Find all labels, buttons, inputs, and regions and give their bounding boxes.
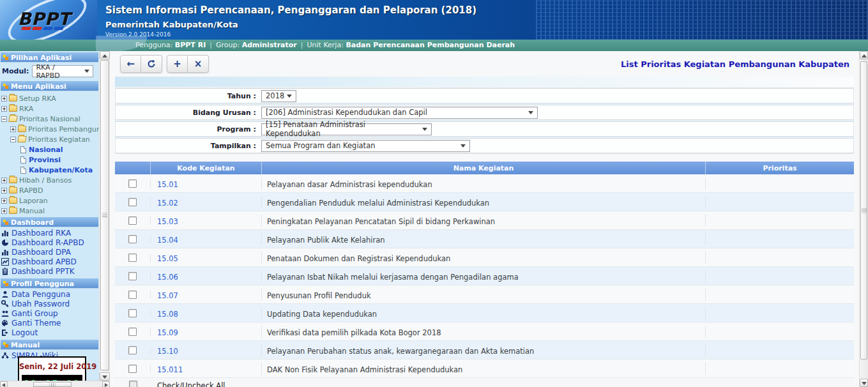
unit-kerja-label: Unit Kerja:: [307, 41, 344, 49]
kode-link[interactable]: 15.10: [151, 347, 178, 356]
sidebar-item-dashboard-dpa[interactable]: Dashboard DPA: [0, 248, 99, 256]
expand-icon[interactable]: [1, 188, 7, 194]
palette-icon: [1, 319, 9, 327]
section-icon: [3, 342, 8, 347]
tree-item-provinsi[interactable]: Provinsi: [1, 155, 99, 165]
table-row: 15.05 Penataan Dokumen dan Registrasi Ke…: [115, 248, 854, 267]
main-content: ← + × List Prioritas Kegiatan Pembanguna…: [110, 51, 859, 387]
row-checkbox[interactable]: [128, 179, 137, 188]
refresh-icon: [147, 59, 156, 68]
scroll-up-button[interactable]: [100, 51, 110, 59]
sidebar-item-ganti-group[interactable]: Ganti Group: [0, 309, 99, 317]
sidebar: Pilihan Aplikasi Modul: RKA / RAPBD Menu…: [0, 51, 99, 381]
sidebar-item-dashboard-apbd[interactable]: Dashboard APBD: [0, 257, 99, 266]
scroll-left-button[interactable]: [0, 381, 8, 387]
section-header-pilihan-aplikasi: Pilihan Aplikasi: [1, 52, 98, 63]
tree-item-kabupaten-kota[interactable]: Kabupaten/Kota: [1, 165, 99, 175]
program-label: Program :: [116, 125, 261, 133]
chevron-down-icon: [84, 70, 89, 73]
tree-item-laporan[interactable]: Laporan: [1, 195, 99, 206]
scrollbar-thumb[interactable]: [33, 382, 72, 387]
kode-link[interactable]: 15.03: [151, 217, 178, 226]
sidebar-item-dashboard-r-apbd[interactable]: Dashboard R-APBD: [0, 238, 99, 247]
table-row: 15.02 Pengendalian Penduduk melalui Admi…: [115, 193, 854, 211]
kode-link[interactable]: 15.08: [151, 310, 178, 319]
kode-link[interactable]: 15.04: [151, 236, 178, 245]
kode-link[interactable]: 15.05: [151, 254, 178, 263]
row-checkbox[interactable]: [128, 346, 137, 354]
scrollbar-thumb[interactable]: [860, 61, 867, 360]
bar-chart-icon: [1, 248, 9, 256]
thumb-grip-icon: [50, 383, 56, 386]
sidebar-scrollbar[interactable]: [99, 51, 110, 381]
modul-select[interactable]: RKA / RAPBD: [32, 65, 93, 77]
collapse-icon[interactable]: [10, 137, 16, 142]
kode-link[interactable]: 15.06: [151, 273, 178, 282]
scroll-down-button[interactable]: [860, 379, 868, 387]
check-all-label: Check/Uncheck All: [151, 381, 225, 387]
tree-item-rka[interactable]: RKA: [1, 103, 99, 114]
sidebar-item-dashboard-rka[interactable]: Dashboard RKA: [0, 229, 99, 237]
tree-item-manual[interactable]: Manual: [1, 206, 99, 216]
sidebar-item-ubah-password[interactable]: Ubah Password: [0, 300, 99, 308]
kode-link[interactable]: 15.011: [151, 365, 183, 374]
bidang-urusan-select[interactable]: [206] Administrasi Kependudukan dan Capi…: [261, 107, 538, 119]
sidebar-item-ganti-theme[interactable]: Ganti Theme: [0, 319, 99, 327]
table-row: 15.07 Penyusunan Profil Penduduk: [115, 285, 854, 304]
scroll-up-button[interactable]: [860, 51, 868, 59]
tree-item-setup-rka[interactable]: Setup RKA: [1, 93, 99, 103]
expand-icon[interactable]: [10, 126, 16, 132]
check-all-checkbox[interactable]: [129, 381, 137, 387]
row-checkbox[interactable]: [128, 328, 137, 336]
close-button[interactable]: ×: [188, 55, 209, 73]
sidebar-horizontal-scrollbar[interactable]: [0, 381, 110, 387]
sidebar-item-data-pengguna[interactable]: Data Pengguna: [0, 290, 99, 298]
expand-icon[interactable]: [1, 198, 7, 204]
row-checkbox[interactable]: [128, 254, 137, 262]
scroll-down-button[interactable]: [100, 372, 110, 381]
tree-item-hibah-bansos[interactable]: Hibah / Bansos: [1, 175, 99, 185]
refresh-button[interactable]: [141, 55, 162, 73]
sidebar-item-logout[interactable]: Logout: [0, 328, 99, 337]
toolbar: ← + ×: [120, 55, 209, 73]
tree-item-prioritas-kegiatan[interactable]: Prioritas Kegiatan: [1, 134, 99, 144]
chevron-down-icon: [461, 144, 466, 148]
row-checkbox[interactable]: [128, 198, 137, 206]
row-checkbox[interactable]: [128, 365, 137, 373]
app-title: Sistem Informasi Perencanaan, Penganggar…: [105, 4, 476, 16]
collapse-icon[interactable]: [1, 116, 7, 122]
section-header-dashboard: Dashboard: [1, 217, 98, 227]
row-checkbox[interactable]: [128, 272, 137, 280]
add-button[interactable]: +: [167, 55, 188, 73]
expand-icon[interactable]: [1, 208, 7, 214]
scrollbar-thumb[interactable]: [100, 60, 109, 370]
main-scrollbar[interactable]: [859, 51, 868, 387]
arrow-left-icon: [2, 383, 5, 387]
tahun-select[interactable]: 2018: [261, 90, 296, 102]
tree-item-nasional[interactable]: Nasional: [1, 144, 99, 155]
nama-kegiatan-header: Nama Kegiatan: [262, 162, 706, 174]
tree-item-prioritas-nasional[interactable]: Prioritas Nasional: [1, 114, 99, 124]
row-checkbox[interactable]: [128, 291, 137, 299]
row-checkbox[interactable]: [128, 309, 137, 317]
kode-link[interactable]: 15.07: [151, 291, 178, 300]
tampilkan-select[interactable]: Semua Program dan Kegiatan: [261, 140, 470, 152]
kode-link[interactable]: 15.02: [151, 199, 178, 208]
back-button[interactable]: ←: [120, 55, 141, 73]
tree-item-rapbd[interactable]: RAPBD: [1, 185, 99, 195]
expand-icon[interactable]: [1, 106, 7, 112]
expand-icon[interactable]: [1, 178, 7, 183]
date-time-widget: Senin, 22 Juli 2019 11:05:08: [18, 356, 86, 381]
tree-item-prioritas-pembangunan[interactable]: Prioritas Pembanguna: [1, 124, 99, 134]
sidebar-item-dashboard-pptk[interactable]: Dashboard PPTK: [0, 267, 99, 275]
section-header-profil-pengguna: Profil Pengguna: [1, 278, 98, 289]
thumb-grip-icon: [102, 213, 107, 218]
row-checkbox[interactable]: [128, 235, 137, 243]
row-checkbox[interactable]: [128, 216, 137, 225]
program-select[interactable]: [15] Penataan Administrasi Kependudukan: [261, 123, 432, 135]
scroll-right-button[interactable]: [102, 381, 110, 387]
expand-icon[interactable]: [1, 96, 7, 102]
kode-link[interactable]: 15.01: [151, 180, 178, 189]
table-row: 15.06 Pelayanan Isbat Nikah melalui kerj…: [115, 267, 854, 285]
kode-link[interactable]: 15.09: [151, 328, 178, 337]
